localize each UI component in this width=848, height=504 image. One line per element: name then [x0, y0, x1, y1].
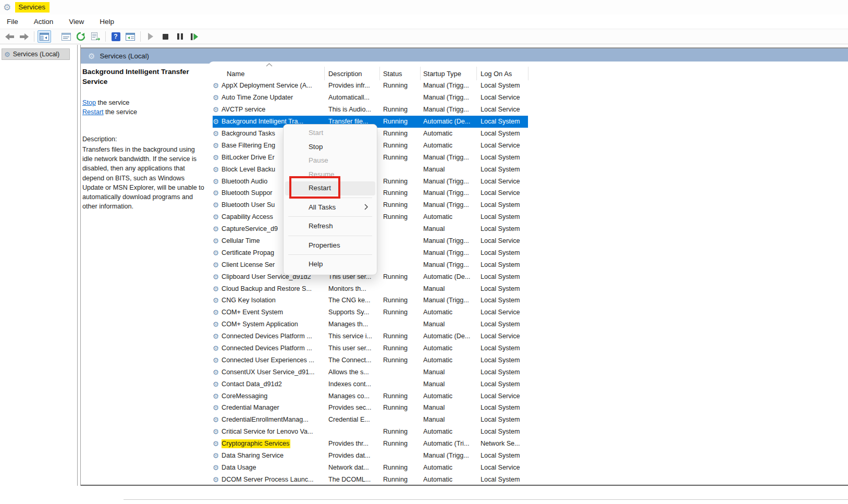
menu-file[interactable]: File	[7, 18, 18, 26]
service-name: BitLocker Drive Er	[222, 154, 274, 161]
pause-service-icon[interactable]	[173, 30, 187, 43]
service-gear-icon: ⚙	[213, 117, 219, 126]
service-name: Certificate Propag	[222, 249, 274, 256]
service-gear-icon: ⚙	[213, 463, 219, 472]
context-menu-item-help[interactable]: Help	[285, 257, 375, 272]
service-startup-type: Manual (Trigg...	[420, 151, 476, 163]
service-startup-type: Manual (Trigg...	[420, 199, 476, 211]
start-service-icon[interactable]	[144, 30, 157, 43]
column-divider[interactable]	[476, 67, 477, 80]
table-row[interactable]: ⚙Cryptographic ServicesProvides thr...Ru…	[208, 438, 848, 450]
service-name-cell[interactable]: ⚙Auto Time Zone Updater	[208, 92, 324, 104]
column-divider[interactable]	[324, 67, 325, 80]
service-description: Provides sec...	[324, 402, 379, 414]
service-startup-type: Manual	[420, 223, 476, 235]
table-row[interactable]: ⚙CNG Key IsolationThe CNG ke...RunningMa…	[208, 294, 848, 306]
service-name-cell[interactable]: ⚙Connected Devices Platform ...	[208, 330, 324, 342]
toolbar-separator	[105, 31, 106, 42]
column-header-name[interactable]: Name	[227, 68, 244, 79]
context-menu-item-refresh[interactable]: Refresh	[285, 219, 375, 233]
table-row[interactable]: ⚙Critical Service for Lenovo Va...Runnin…	[208, 426, 848, 438]
column-divider[interactable]	[420, 67, 421, 80]
table-row[interactable]: ⚙DCOM Server Process Launc...The DCOML..…	[208, 473, 848, 485]
context-menu-item-stop[interactable]: Stop	[285, 140, 375, 154]
table-row[interactable]: ⚙Connected Devices Platform ...This serv…	[208, 330, 848, 342]
table-row[interactable]: ⚙CoreMessagingManages co...RunningAutoma…	[208, 390, 848, 402]
restart-service-link[interactable]: Restart	[82, 108, 104, 116]
refresh-icon[interactable]	[74, 30, 88, 43]
show-console-tree-icon[interactable]	[38, 30, 51, 43]
export-list-icon[interactable]	[89, 30, 102, 43]
services-node-icon: ⚙	[4, 51, 10, 58]
table-row[interactable]: ⚙Connected User Experiences ...The Conne…	[208, 354, 848, 366]
service-name-cell[interactable]: ⚙Cloud Backup and Restore S...	[208, 282, 324, 294]
column-header-log-on-as[interactable]: Log On As	[481, 68, 512, 79]
stop-service-link[interactable]: Stop	[82, 99, 96, 106]
restart-service-icon[interactable]	[188, 30, 201, 43]
service-name: COM+ System Application	[222, 321, 298, 328]
context-menu-item-start: Start	[285, 126, 375, 140]
service-name-cell[interactable]: ⚙AppX Deployment Service (A...	[208, 80, 324, 92]
service-name-cell[interactable]: ⚙Connected User Experiences ...	[208, 354, 324, 366]
service-name-cell[interactable]: ⚙Critical Service for Lenovo Va...	[208, 426, 324, 438]
service-startup-type: Manual (Trigg...	[420, 104, 476, 116]
column-header-status[interactable]: Status	[383, 68, 402, 79]
service-gear-icon: ⚙	[213, 475, 219, 484]
table-row[interactable]: ⚙ConsentUX User Service_d91...Allows the…	[208, 366, 848, 378]
service-name-cell[interactable]: ⚙COM+ System Application	[208, 318, 324, 330]
column-header-description[interactable]: Description	[328, 68, 362, 79]
service-name-cell[interactable]: ⚙Credential Manager	[208, 402, 324, 414]
column-divider[interactable]	[528, 67, 529, 80]
menu-action[interactable]: Action	[34, 18, 54, 26]
service-name-cell[interactable]: ⚙CNG Key Isolation	[208, 294, 324, 306]
service-name-cell[interactable]: ⚙ConsentUX User Service_d91...	[208, 366, 324, 378]
table-row[interactable]: ⚙CredentialEnrollmentManag...Credential …	[208, 414, 848, 426]
service-log-on-as: Local Service	[476, 92, 528, 104]
service-name-cell[interactable]: ⚙CredentialEnrollmentManag...	[208, 414, 324, 426]
tree-item-services-local[interactable]: ⚙ Services (Local)	[2, 48, 70, 60]
table-row[interactable]: ⚙Data Sharing ServiceProvides dat...Manu…	[208, 450, 848, 462]
table-row[interactable]: ⚙Data UsageNetwork dat...RunningAutomati…	[208, 462, 848, 474]
service-status	[379, 92, 420, 104]
column-divider[interactable]	[379, 67, 380, 80]
table-row[interactable]: ⚙COM+ System ApplicationManages th...Man…	[208, 318, 848, 330]
menu-help[interactable]: Help	[100, 18, 114, 26]
table-row[interactable]: ⚙Auto Time Zone UpdaterAutomaticall...Ma…	[208, 92, 848, 104]
menu-view[interactable]: View	[69, 18, 84, 26]
help-icon[interactable]: ?	[109, 30, 122, 43]
context-menu-item-all-tasks[interactable]: All Tasks	[285, 201, 375, 215]
column-header-startup-type[interactable]: Startup Type	[423, 68, 461, 79]
service-log-on-as: Local System	[476, 128, 528, 140]
table-row[interactable]: ⚙Connected Devices Platform ...This user…	[208, 342, 848, 354]
table-row[interactable]: ⚙Cloud Backup and Restore S...Monitors t…	[208, 282, 848, 294]
service-name-cell[interactable]: ⚙COM+ Event System	[208, 306, 324, 318]
service-startup-type: Automatic (De...	[420, 116, 476, 128]
service-name-cell[interactable]: ⚙Contact Data_d91d2	[208, 378, 324, 390]
service-log-on-as: Local System	[476, 80, 528, 92]
service-name-cell[interactable]: ⚙Data Usage	[208, 462, 324, 474]
service-name: Auto Time Zone Updater	[222, 94, 293, 101]
table-row[interactable]: ⚙Credential ManagerProvides sec...Runnin…	[208, 402, 848, 414]
service-name-cell[interactable]: ⚙Data Sharing Service	[208, 450, 324, 462]
service-startup-type: Automatic	[420, 128, 476, 140]
service-name-cell[interactable]: ⚙AVCTP service	[208, 104, 324, 116]
service-startup-type: Manual	[420, 318, 476, 330]
context-menu-item-properties[interactable]: Properties	[285, 239, 375, 253]
table-row[interactable]: ⚙COM+ Event SystemSupports Sy...RunningA…	[208, 306, 848, 318]
service-gear-icon: ⚙	[213, 439, 219, 448]
back-icon[interactable]	[3, 30, 16, 43]
service-gear-icon: ⚙	[213, 129, 219, 138]
service-name: Bluetooth User Su	[222, 201, 275, 208]
service-name-cell[interactable]: ⚙Connected Devices Platform ...	[208, 342, 324, 354]
table-row[interactable]: ⚙Contact Data_d91d2Indexes cont...Manual…	[208, 378, 848, 390]
show-action-pane-icon[interactable]	[124, 30, 137, 43]
service-name-cell[interactable]: ⚙Cryptographic Services	[208, 438, 324, 450]
panel-divider[interactable]	[77, 45, 81, 486]
table-row[interactable]: ⚙AppX Deployment Service (A...Provides i…	[208, 80, 848, 92]
service-name-cell[interactable]: ⚙DCOM Server Process Launc...	[208, 473, 324, 485]
table-row[interactable]: ⚙AVCTP serviceThis is Audio...RunningMan…	[208, 104, 848, 116]
forward-icon[interactable]	[17, 30, 31, 43]
properties-window-icon[interactable]	[59, 30, 73, 43]
stop-service-icon[interactable]	[158, 30, 172, 43]
service-name-cell[interactable]: ⚙CoreMessaging	[208, 390, 324, 402]
